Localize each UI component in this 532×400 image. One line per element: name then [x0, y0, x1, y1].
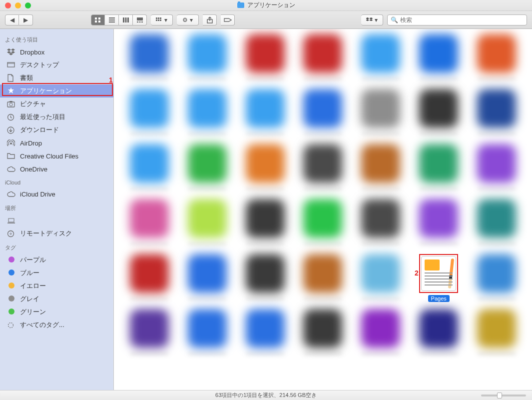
sidebar-item-label: ダウンロード — [20, 126, 59, 134]
sidebar-item-iCloud Drive[interactable]: iCloud Drive — [0, 188, 113, 200]
list-view-button[interactable] — [105, 14, 119, 26]
sidebar-item-ピクチャ[interactable]: ピクチャ — [0, 98, 113, 110]
app-item[interactable]: ——————— — [181, 199, 234, 247]
sidebar-item-OneDrive[interactable]: OneDrive — [0, 162, 113, 176]
minimize-window[interactable] — [15, 2, 21, 8]
close-window[interactable] — [5, 2, 11, 8]
app-item[interactable]: ——————— — [297, 199, 350, 247]
app-item[interactable]: ——————— — [239, 144, 292, 192]
svg-rect-2 — [95, 20, 97, 22]
app-item[interactable]: ——————— — [412, 89, 465, 137]
sidebar-item-パープル[interactable]: パープル — [0, 254, 113, 266]
app-item[interactable]: ——————— — [239, 199, 292, 247]
app-item[interactable]: ——————— — [297, 34, 350, 82]
app-item[interactable]: ——————— — [123, 144, 176, 192]
app-label: ——————— — [362, 185, 400, 192]
app-item[interactable]: ——————— — [354, 144, 407, 192]
sidebar-item-ブルー[interactable]: ブルー — [0, 266, 113, 280]
column-view-button[interactable] — [119, 14, 133, 26]
sidebar-item-Dropbox[interactable]: Dropbox — [0, 46, 113, 58]
forward-button[interactable]: ▶ — [19, 14, 33, 26]
app-label: ——————— — [130, 185, 168, 192]
app-item[interactable]: ——————— — [412, 309, 465, 357]
sidebar-item-書類[interactable]: 書類 — [0, 72, 113, 84]
sidebar-item-イエロー[interactable]: イエロー — [0, 280, 113, 292]
app-item[interactable]: ——————— — [123, 254, 176, 302]
app-item[interactable]: ——————— — [470, 89, 523, 137]
app-item[interactable]: ——————— — [239, 254, 292, 302]
app-item[interactable]: ——————— — [123, 89, 176, 137]
app-item[interactable]: ——————— — [412, 199, 465, 247]
sidebar-item-デスクトップ[interactable]: デスクトップ — [0, 58, 113, 72]
sidebar-item-最近使った項目[interactable]: 最近使った項目 — [0, 110, 113, 124]
app-item[interactable]: ——————— — [470, 34, 523, 82]
sidebar-item-アプリケーション[interactable]: アプリケーション — [0, 84, 113, 98]
icon-size-slider[interactable] — [481, 394, 526, 396]
app-item[interactable]: ——————— — [412, 34, 465, 82]
app-item-pages[interactable]: Pages — [412, 254, 465, 302]
dropbox-toolbar-button[interactable]: ▾ — [361, 14, 383, 26]
sidebar-item-AirDrop[interactable]: AirDrop — [0, 136, 113, 150]
back-button[interactable]: ◀ — [5, 14, 19, 26]
sidebar-item-label: リモートディスク — [20, 229, 72, 238]
app-item[interactable]: ——————— — [297, 144, 350, 192]
app-item[interactable]: ——————— — [412, 144, 465, 192]
zoom-window[interactable] — [25, 2, 31, 8]
app-item[interactable]: ——————— — [470, 254, 523, 302]
app-icon — [188, 144, 227, 183]
svg-rect-5 — [109, 20, 115, 20]
app-item[interactable]: ——————— — [239, 309, 292, 357]
app-item[interactable]: ——————— — [123, 309, 176, 357]
app-item[interactable]: ——————— — [239, 89, 292, 137]
action-button[interactable]: ⚙ ▾ — [177, 14, 199, 26]
app-item[interactable]: ——————— — [181, 89, 234, 137]
desktop-icon — [7, 62, 16, 68]
app-label: ——————— — [130, 295, 168, 302]
cloud-icon — [7, 166, 16, 172]
app-icon — [477, 199, 516, 238]
app-item[interactable]: ——————— — [181, 144, 234, 192]
app-icon — [188, 34, 227, 73]
svg-rect-3 — [98, 20, 100, 22]
app-item[interactable]: ——————— — [354, 199, 407, 247]
app-label: ——————— — [188, 75, 226, 82]
app-item[interactable]: ——————— — [123, 199, 176, 247]
sidebar-item-loc[interactable] — [0, 214, 113, 227]
app-item[interactable]: ——————— — [354, 89, 407, 137]
gallery-view-button[interactable] — [133, 14, 147, 26]
app-item[interactable]: ——————— — [181, 309, 234, 357]
search-field[interactable]: 🔍 — [387, 14, 527, 26]
app-item[interactable]: ——————— — [354, 34, 407, 82]
app-item[interactable]: ——————— — [123, 34, 176, 82]
sidebar-item-リモートディスク[interactable]: リモートディスク — [0, 227, 113, 240]
pictures-icon — [7, 101, 16, 108]
app-item[interactable]: ——————— — [239, 34, 292, 82]
svg-rect-17 — [156, 20, 157, 21]
finder-window: アプリケーション ◀ ▶ ▾ ⚙ ▾ — [0, 0, 532, 400]
icon-view-button[interactable] — [91, 14, 105, 26]
sidebar-item-ダウンロード[interactable]: ダウンロード — [0, 124, 113, 136]
tags-button[interactable] — [221, 14, 235, 26]
app-icon — [246, 89, 285, 128]
app-item[interactable]: ——————— — [470, 144, 523, 192]
sidebar-item-すべてのタグ...[interactable]: すべてのタグ... — [0, 318, 113, 332]
sidebar-item-グレイ[interactable]: グレイ — [0, 292, 113, 306]
svg-rect-16 — [160, 18, 161, 19]
svg-rect-25 — [9, 101, 12, 102]
sidebar: よく使う項目 Dropboxデスクトップ書類アプリケーションピクチャ最近使った項… — [0, 29, 114, 390]
app-item[interactable]: ——————— — [297, 254, 350, 302]
app-item[interactable]: ——————— — [297, 309, 350, 357]
search-input[interactable] — [400, 16, 524, 24]
app-item[interactable]: ——————— — [354, 254, 407, 302]
app-item[interactable]: ——————— — [470, 199, 523, 247]
group-by-button[interactable]: ▾ — [151, 14, 173, 26]
app-item[interactable]: ——————— — [181, 254, 234, 302]
app-item[interactable]: ——————— — [354, 309, 407, 357]
sidebar-item-グリーン[interactable]: グリーン — [0, 306, 113, 318]
app-item[interactable]: ——————— — [470, 309, 523, 357]
sidebar-item-Creative Cloud Files[interactable]: Creative Cloud Files — [0, 150, 113, 162]
app-icon — [246, 254, 285, 293]
share-button[interactable] — [203, 14, 217, 26]
app-item[interactable]: ——————— — [181, 34, 234, 82]
app-item[interactable]: ——————— — [297, 89, 350, 137]
